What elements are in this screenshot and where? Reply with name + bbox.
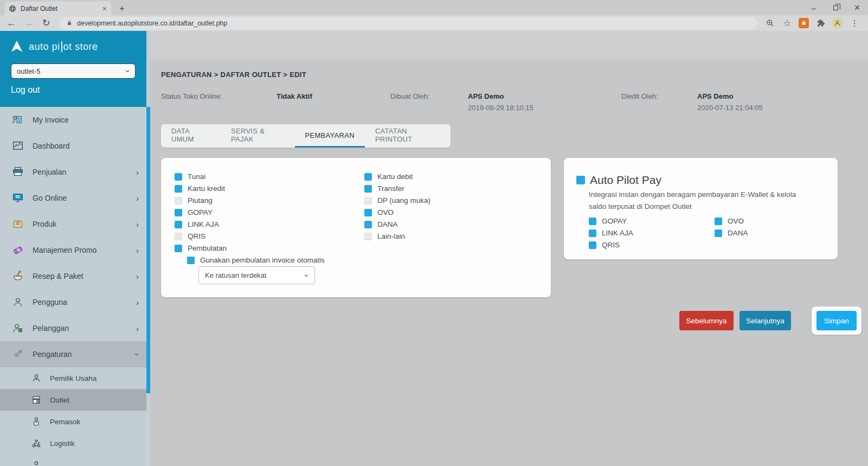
checkbox[interactable] — [364, 185, 372, 193]
sidebar-subitem-pemilik-usaha[interactable]: Pemilik Usaha — [0, 367, 146, 389]
checkbox[interactable] — [364, 197, 372, 205]
sidebar-item-label: Dashboard — [33, 142, 139, 150]
supplier-icon — [30, 416, 42, 427]
checkbox[interactable] — [175, 197, 182, 205]
url-text: development.autopilotstore.co.id/daftar_… — [77, 20, 227, 27]
checkbox-row-app-link-aja[interactable]: LINK AJA — [589, 229, 633, 237]
previous-button[interactable]: Sebelumnya — [679, 311, 734, 330]
checkbox-row-gopay[interactable]: GOPAY — [175, 208, 227, 216]
checkbox[interactable] — [175, 221, 182, 228]
checkbox[interactable] — [364, 173, 372, 181]
zoom-icon[interactable] — [764, 17, 776, 29]
checkbox[interactable] — [589, 241, 596, 249]
checkbox[interactable] — [364, 221, 372, 228]
checkbox-row-pembulatan-otomatis[interactable]: Gunakan pembulatan invoice otomatis — [187, 256, 325, 264]
forward-button[interactable]: → — [22, 16, 36, 30]
checkbox-row-qris[interactable]: QRIS — [175, 232, 227, 240]
sidebar-item-resep-paket[interactable]: Resep & Paket › — [0, 263, 146, 289]
chevron-down-icon: › — [133, 353, 142, 356]
checkbox-row-transfer[interactable]: Transfer — [364, 184, 430, 193]
sidebar-item-label: Produk — [33, 220, 128, 228]
checkbox-row-ovo[interactable]: OVO — [364, 208, 430, 216]
sidebar-item-pengaturan[interactable]: Pengaturan › — [0, 341, 146, 367]
checkbox-row-dp-uang-muka[interactable]: DP (uang muka) — [364, 196, 430, 205]
logout-link[interactable]: Log out — [11, 85, 40, 95]
checkbox[interactable] — [576, 176, 585, 184]
back-button[interactable]: ← — [4, 16, 18, 30]
checkbox[interactable] — [715, 229, 722, 237]
checkbox[interactable] — [364, 209, 372, 216]
sidebar-subitem-pemasok[interactable]: Pemasok — [0, 411, 146, 432]
url-bar[interactable]: development.autopilotstore.co.id/daftar_… — [60, 17, 757, 30]
tab-data-umum[interactable]: DATA UMUM — [161, 124, 221, 148]
sidebar-subitem-outlet[interactable]: Outlet — [0, 389, 146, 411]
sidebar-item-produk[interactable]: Produk › — [0, 211, 146, 237]
save-button[interactable]: Simpan — [816, 311, 857, 330]
checkbox[interactable] — [175, 245, 182, 252]
close-button[interactable]: × — [846, 0, 868, 15]
checkbox[interactable] — [589, 229, 596, 237]
promo-tag-icon — [11, 244, 25, 257]
auto-pilot-pay-description: Integrasi instan dengan beragam pembayar… — [589, 189, 810, 212]
auto-pilot-pay-title: Auto Pilot Pay — [590, 174, 661, 187]
sidebar-scrollbar-thumb[interactable] — [146, 107, 150, 393]
tab-catatan-printout[interactable]: CATATAN PRINTOUT — [365, 124, 451, 148]
tab-close-icon[interactable]: × — [102, 5, 107, 12]
cash-register-icon — [11, 165, 25, 178]
browser-tab[interactable]: Daftar Outlet × — [4, 2, 111, 15]
settings-gears-icon — [11, 348, 25, 361]
next-button[interactable]: Selanjutnya — [740, 311, 791, 330]
shop-extension-icon[interactable] — [799, 18, 809, 28]
rounding-select[interactable]: Ke ratusan terdekat › — [198, 266, 315, 284]
sidebar-subitem-partial[interactable] — [0, 454, 146, 466]
extensions-puzzle-icon[interactable] — [814, 17, 826, 29]
sidebar-subitem-logistik[interactable]: Logistik — [0, 432, 146, 454]
sidebar-item-penjualan[interactable]: Penjualan › — [0, 159, 146, 185]
sidebar-item-dashboard[interactable]: Dashboard — [0, 133, 146, 159]
tab-servis-pajak[interactable]: SERVIS & PAJAK — [221, 124, 295, 148]
minimize-button[interactable]: – — [803, 0, 825, 15]
rounding-select-value: Ke ratusan terdekat — [205, 271, 266, 279]
browser-toolbar: ← → ↻ development.autopilotstore.co.id/d… — [0, 15, 868, 31]
sidebar-item-my-invoice[interactable]: My Invoice — [0, 107, 146, 133]
sidebar-item-label: Pelanggan — [33, 324, 128, 333]
user-icon — [11, 296, 25, 309]
checkbox-row-piutang[interactable]: Piutang — [175, 196, 227, 205]
checkbox-row-dana[interactable]: DANA — [364, 220, 430, 228]
checkbox-row-link-aja[interactable]: LINK AJA — [175, 220, 227, 228]
tab-pembayaran[interactable]: PEMBAYARAN — [295, 124, 365, 148]
checkbox[interactable] — [175, 173, 182, 181]
sidebar-item-go-online[interactable]: Go Online › — [0, 185, 146, 211]
checkbox-row-tunai[interactable]: Tunai — [175, 173, 227, 181]
checkbox[interactable] — [175, 209, 182, 216]
checkbox-row-kartu-debit[interactable]: Kartu debit — [364, 173, 430, 181]
brand-text: auto piot store — [29, 41, 98, 53]
checkbox[interactable] — [187, 257, 195, 264]
checkbox-row-app-gopay[interactable]: GOPAY — [589, 217, 633, 225]
restore-button[interactable] — [825, 0, 846, 15]
profile-avatar[interactable] — [832, 17, 843, 29]
sidebar-item-label: Outlet — [50, 396, 69, 404]
checkbox[interactable] — [175, 233, 182, 240]
checkbox-row-pembulatan[interactable]: Pembulatan — [175, 244, 227, 252]
checkbox-row-app-qris[interactable]: QRIS — [589, 241, 633, 249]
checkbox-row-app-ovo[interactable]: OVO — [715, 217, 748, 225]
checkbox-row-kartu-kredit[interactable]: Kartu kredit — [175, 184, 227, 193]
checkbox[interactable] — [715, 218, 722, 225]
business-owner-icon — [30, 373, 42, 384]
bookmark-star-icon[interactable]: ☆ — [781, 17, 793, 29]
checkbox[interactable] — [364, 233, 372, 240]
sidebar-item-pengguna[interactable]: Pengguna › — [0, 289, 146, 315]
reload-button[interactable]: ↻ — [39, 16, 53, 30]
outlet-select-value: outlet-5 — [17, 67, 40, 75]
checkbox-row-app-dana[interactable]: DANA — [715, 229, 748, 237]
outlet-select[interactable]: outlet-5 › — [11, 63, 136, 79]
auto-pilot-pay-header[interactable]: Auto Pilot Pay — [576, 174, 661, 187]
new-tab-button[interactable]: + — [115, 3, 128, 15]
menu-dots-icon[interactable]: ⋮ — [848, 17, 860, 29]
sidebar-item-pelanggan[interactable]: Pelanggan › — [0, 315, 146, 341]
checkbox[interactable] — [589, 218, 596, 225]
sidebar-item-manajemen-promo[interactable]: Manajemen Promo › — [0, 237, 146, 263]
checkbox[interactable] — [175, 185, 182, 193]
checkbox-row-lain-lain[interactable]: Lain-lain — [364, 232, 430, 240]
